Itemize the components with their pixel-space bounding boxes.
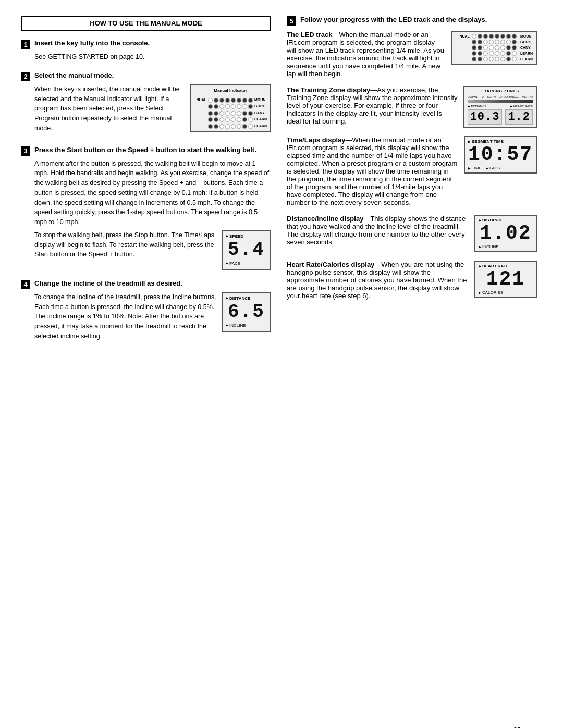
step-5-label: Follow your progress with the LED track … <box>300 16 487 23</box>
mi-row-2: GORG <box>194 104 267 109</box>
mi-side-label-1: MOUN <box>254 97 267 103</box>
led-dot <box>483 34 488 39</box>
mi-dot <box>225 98 230 103</box>
led-dot <box>506 57 511 61</box>
manual-indicator-title: Manual Indicator <box>194 88 267 95</box>
led-dot <box>500 40 505 44</box>
time-laps-text: Time/Laps display—When the manual mode o… <box>287 136 459 206</box>
distance-incline-body: Distance/Incline dis­play—This display s… <box>287 215 469 246</box>
led-dot <box>512 34 517 39</box>
mi-side-label-5: LEARN <box>254 124 267 129</box>
tz-number-1: 10.3 <box>468 109 503 125</box>
heart-rate-section: Heart Rate/Calories display—When you are… <box>287 261 537 300</box>
led-dots-2 <box>472 40 517 44</box>
mi-dot <box>231 98 236 103</box>
step-4-title: 4 Change the incline of the treadmill as… <box>21 279 271 289</box>
step-2-label: Select the manual mode. <box>34 71 114 79</box>
mi-dot <box>219 124 224 129</box>
mi-dots-3 <box>208 111 253 116</box>
tz-bar <box>468 100 533 103</box>
led-dot <box>512 57 517 61</box>
led-dot <box>512 40 517 44</box>
step-4-figure: DISTANCE 6.5 INCLINE <box>222 292 271 332</box>
calories-label: CALORIES <box>479 290 503 295</box>
mi-dot <box>219 98 224 103</box>
speed-display: SPEED 5.4 PACE <box>222 230 271 270</box>
mi-side-label-3: CANY <box>254 110 267 116</box>
led-track-inner: The LED track—When the manual mode or an… <box>287 31 537 78</box>
distance-incline-text: Distance/Incline dis­play—This display s… <box>287 215 469 246</box>
led-row-label-1: NUAL <box>455 34 470 38</box>
mi-dot <box>237 117 241 122</box>
tz-bottom-labels: ▶DISTANCE ▶HEART RATE <box>468 104 533 108</box>
led-dots-3 <box>472 45 517 50</box>
distance-incline-number: 1.02 <box>480 224 531 243</box>
step-2-title: 2 Select the manual mode. <box>21 71 271 81</box>
step-3-figure: SPEED 5.4 PACE <box>222 230 271 270</box>
step-2-text-content: When the key is inserted, the manual mod… <box>34 84 185 137</box>
tz-numbers: 10.3 1.2 <box>468 109 533 125</box>
distance-incline-inner: Distance/Incline dis­play—This display s… <box>287 215 537 252</box>
mi-dot <box>225 104 230 109</box>
mi-row-1: NUAL <box>194 97 267 103</box>
led-side-4: LEARN <box>520 52 533 55</box>
step-3-text-content: To stop the walking belt, press the Stop… <box>34 230 216 263</box>
training-zone-body: The Training Zone dis­play—As you exerci… <box>287 86 458 125</box>
led-side-5: LEARN <box>520 57 533 61</box>
step-2-body: When the key is inserted, the manual mod… <box>34 84 271 137</box>
time-laps-section: Time/Laps display—When the manual mode o… <box>287 136 537 206</box>
step-1-title: 1 Insert the key fully into the console. <box>21 39 271 49</box>
tz-zone-endurance: ENDURANCE <box>499 95 519 98</box>
led-dots-1 <box>472 34 517 39</box>
mi-dots-1 <box>208 98 253 103</box>
mi-dot <box>214 124 218 129</box>
step-1-label: Insert the key fully into the console. <box>34 39 150 47</box>
led-track-title-text: The LED track <box>287 31 332 39</box>
step-3-body: A moment after the button is pressed, th… <box>34 159 271 270</box>
time-laps-title-text: Time/Laps display <box>287 136 345 144</box>
led-dots-5 <box>472 57 517 61</box>
step-2-number: 2 <box>21 72 30 81</box>
left-column: HOW TO USE THE MANUAL MODE 1 Insert the … <box>21 16 271 354</box>
time-laps-body: Time/Laps display—When the manual mode o… <box>287 136 459 206</box>
laps-label: LAPS <box>486 166 500 170</box>
right-column: 5 Follow your progress with the LED trac… <box>287 16 537 354</box>
step-4-text: To change the incline of the treadmill, … <box>34 292 216 341</box>
step-5-title: 5 Follow your progress with the LED trac… <box>287 16 537 26</box>
led-dot <box>500 34 505 39</box>
step-3-label: Press the Start button or the Speed + bu… <box>34 146 256 154</box>
heart-rate-body: Heart Rate/Calories display—When you are… <box>287 261 469 300</box>
led-dot <box>478 57 482 61</box>
mi-dots-5 <box>208 124 253 129</box>
mi-dot <box>248 111 253 116</box>
speed-label-bottom: PACE <box>226 261 267 267</box>
led-dot <box>478 40 482 44</box>
mi-dot <box>225 111 230 116</box>
incline-label-bottom: INCLINE <box>226 323 267 329</box>
led-dot <box>489 34 494 39</box>
led-dot <box>478 51 482 56</box>
page-container: HOW TO USE THE MANUAL MODE 1 Insert the … <box>21 16 542 354</box>
step-3-text-1: A moment after the button is pressed, th… <box>34 159 271 227</box>
distance-incline-title-text: Distance/Incline dis­play <box>287 215 363 223</box>
mi-dot <box>219 111 224 116</box>
mi-dot <box>214 117 218 122</box>
time-laps-label-bottom: TIME LAPS <box>468 166 533 170</box>
distance-label-top: DISTANCE <box>226 295 250 302</box>
led-dot <box>495 51 499 56</box>
led-dot <box>500 51 505 56</box>
training-zone-inner: The Training Zone dis­play—As you exerci… <box>287 86 537 128</box>
mi-dot <box>237 104 241 109</box>
incline-bottom-label: INCLINE <box>479 244 499 249</box>
led-dot <box>495 34 499 39</box>
led-dot <box>483 57 488 61</box>
mi-row-3: CANY <box>194 110 267 116</box>
led-dot <box>472 34 476 39</box>
heart-rate-label-bottom: CALORIES <box>479 290 533 295</box>
step-4-label: Change the incline of the treadmill as d… <box>34 279 182 287</box>
led-dot <box>495 45 499 50</box>
step-1-number: 1 <box>21 40 30 49</box>
led-dot <box>483 51 488 56</box>
incline-label: INCLINE <box>226 323 246 329</box>
incline-label-top: DISTANCE <box>226 295 267 302</box>
